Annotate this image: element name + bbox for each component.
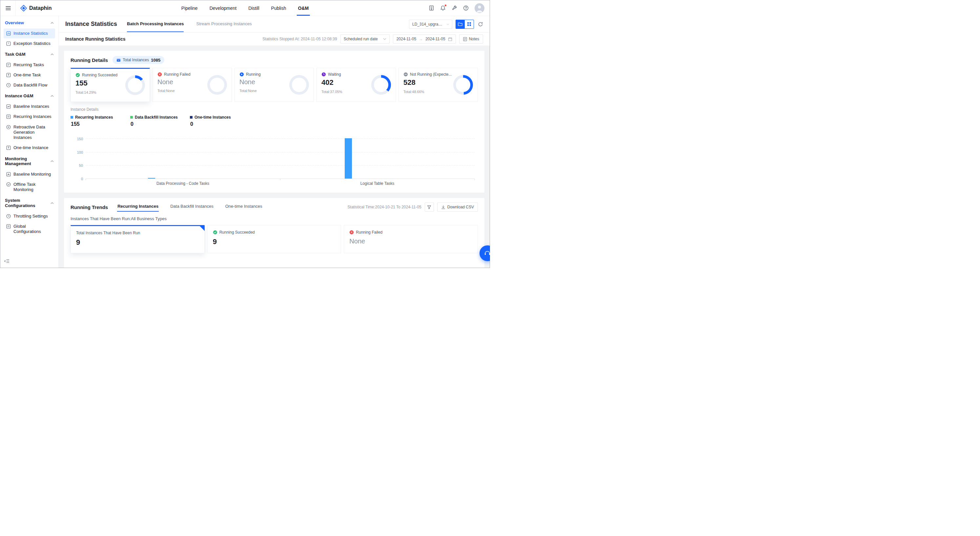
collapse-sidebar-icon bbox=[4, 259, 10, 263]
exception-statistics-icon bbox=[6, 41, 11, 46]
download-csv-button[interactable]: Download CSV bbox=[437, 203, 478, 212]
sidebar-item-baseline-monitoring[interactable]: Baseline Monitoring bbox=[3, 170, 55, 179]
trend-card-total-run[interactable]: Total Instances That Have Been Run 9 bbox=[70, 225, 205, 253]
sidebar-section-instance-om[interactable]: Instance O&M bbox=[3, 90, 55, 101]
stat-card-not-running[interactable]: Not Running (Expecte... 528 Total:48.66% bbox=[398, 68, 478, 102]
sidebar-item-one-time-task[interactable]: One-time Task bbox=[3, 70, 55, 80]
filter-button[interactable] bbox=[425, 203, 434, 212]
sidebar-item-recurring-tasks[interactable]: Recurring Tasks bbox=[3, 60, 55, 70]
sidebar-item-baseline-instances[interactable]: Baseline Instances bbox=[3, 101, 55, 111]
instances-box-icon bbox=[116, 58, 121, 62]
running-details-header: Running Details Total Instances 1085 bbox=[70, 56, 478, 64]
bar-logical-table-tasks bbox=[345, 138, 352, 179]
run-date-type-select[interactable]: Scheduled run date bbox=[340, 34, 390, 44]
x-label-logical-table-tasks: Logical Table Tasks bbox=[360, 181, 395, 186]
chevron-up-icon bbox=[51, 95, 54, 97]
running-trends-title: Running Trends bbox=[70, 205, 108, 210]
sidebar-item-retroactive-data-generation-instances[interactable]: Retroactive Data Generation Instances bbox=[3, 122, 55, 143]
sidebar-item-offline-task-monitoring[interactable]: Offline Task Monitoring bbox=[3, 179, 55, 195]
sidebar-section-task-om[interactable]: Task O&M bbox=[3, 49, 55, 60]
topbar-actions bbox=[429, 3, 484, 13]
data-backfill-flow-icon bbox=[6, 83, 11, 87]
tab-stream-processing-instances[interactable]: Stream Processing Instances bbox=[196, 16, 251, 32]
stat-card-running[interactable]: Running None Total:None bbox=[234, 68, 314, 102]
waiting-clock-icon bbox=[321, 72, 326, 77]
y-tick-150: 150 bbox=[70, 137, 83, 141]
x-label-data-processing-code-tasks: Data Processing - Code Tasks bbox=[156, 181, 209, 186]
instance-details-label: Instance Details bbox=[70, 107, 478, 112]
folder-view-button[interactable] bbox=[455, 20, 465, 29]
running-details-title: Running Details bbox=[70, 57, 108, 63]
sidebar-section-monitoring-management[interactable]: Monitoring Management bbox=[3, 153, 55, 169]
trend-card-running-failed[interactable]: Running Failed None bbox=[344, 225, 478, 253]
help-icon[interactable] bbox=[463, 5, 469, 11]
calendar-icon bbox=[448, 37, 452, 41]
collapse-sidebar-button[interactable] bbox=[4, 259, 10, 265]
global-configurations-icon bbox=[6, 224, 11, 229]
sidebar-section-overview[interactable]: Overview bbox=[3, 17, 55, 28]
recurring-instances-icon bbox=[6, 114, 11, 119]
notifications-bell-icon[interactable] bbox=[440, 5, 446, 11]
license-document-icon[interactable] bbox=[429, 5, 434, 11]
failed-icon bbox=[158, 72, 162, 77]
dataphin-logo-icon bbox=[20, 5, 27, 11]
stat-card-running-failed[interactable]: Running Failed None Total:None bbox=[153, 68, 232, 102]
not-running-donut bbox=[453, 75, 473, 95]
sidebar-item-global-configurations[interactable]: Global Configurations bbox=[3, 222, 55, 237]
sidebar-item-data-backfill-flow[interactable]: Data Backfill Flow bbox=[3, 80, 55, 90]
tools-wrench-icon[interactable] bbox=[452, 5, 457, 11]
date-to[interactable]: 2024-11-05 bbox=[425, 37, 445, 41]
legend-data-backfill-instances[interactable]: Data Backfill Instances 0 bbox=[130, 115, 190, 127]
user-avatar[interactable] bbox=[474, 3, 484, 13]
succeeded-count: 155 bbox=[75, 79, 118, 87]
bar-data-processing-code-tasks bbox=[148, 178, 155, 179]
menu-toggle-icon[interactable] bbox=[6, 6, 11, 11]
legend-one-time-instances[interactable]: One-time Instances 0 bbox=[190, 115, 250, 127]
offline-task-monitoring-icon bbox=[6, 182, 11, 187]
y-tick-100: 100 bbox=[70, 151, 83, 154]
running-donut bbox=[289, 75, 309, 95]
sidebar-item-recurring-instances[interactable]: Recurring Instances bbox=[3, 112, 55, 122]
trend-tab-one-time-instances[interactable]: One-time Instances bbox=[225, 203, 263, 212]
status-cards-row: Running Succeeded 155 Total:14.29% bbox=[70, 68, 478, 102]
nav-development[interactable]: Development bbox=[210, 0, 237, 16]
stat-card-running-succeeded[interactable]: Running Succeeded 155 Total:14.29% bbox=[70, 68, 150, 102]
sidebar-section-system-configurations[interactable]: System Configurations bbox=[3, 195, 55, 211]
chevron-up-icon bbox=[51, 22, 54, 24]
trend-succeeded-count: 9 bbox=[213, 238, 336, 246]
sidebar-item-instance-statistics[interactable]: Instance Statistics bbox=[3, 29, 55, 38]
sidebar-item-one-time-instance[interactable]: One-time Instance bbox=[3, 143, 55, 153]
brand[interactable]: Dataphin bbox=[20, 5, 51, 11]
total-run-count: 9 bbox=[76, 238, 199, 247]
recurring-tasks-icon bbox=[6, 63, 11, 67]
notes-button[interactable]: Notes bbox=[459, 34, 483, 44]
date-from[interactable]: 2024-11-05 bbox=[396, 37, 417, 41]
sidebar: Overview Instance Statistics Exception S… bbox=[0, 16, 59, 268]
view-toggle-group bbox=[455, 20, 474, 29]
sidebar-item-exception-statistics[interactable]: Exception Statistics bbox=[3, 39, 55, 49]
chart-plot-area: 150 100 50 0 Data Processing - Code Task… bbox=[86, 136, 474, 179]
grid-view-button[interactable] bbox=[465, 20, 474, 29]
tab-batch-processing-instances[interactable]: Batch Processing Instances bbox=[127, 16, 184, 32]
refresh-button[interactable] bbox=[478, 22, 483, 27]
date-range-picker[interactable]: 2024-11-05 → 2024-11-05 bbox=[393, 34, 456, 44]
topbar: Dataphin Pipeline Development Distill Pu… bbox=[0, 0, 490, 16]
nav-om[interactable]: O&M bbox=[298, 0, 309, 16]
page-header: Instance Statistics Batch Processing Ins… bbox=[59, 16, 490, 32]
instance-type-tabs: Batch Processing Instances Stream Proces… bbox=[127, 16, 264, 32]
trend-tab-recurring-instances[interactable]: Recurring Instances bbox=[117, 203, 159, 212]
stat-card-waiting[interactable]: Waiting 402 Total:37.05% bbox=[317, 68, 396, 102]
failed-icon bbox=[349, 230, 354, 235]
nav-distill[interactable]: Distill bbox=[248, 0, 259, 16]
chevron-up-icon bbox=[51, 202, 54, 204]
nav-publish[interactable]: Publish bbox=[271, 0, 286, 16]
sidebar-item-throttling-settings[interactable]: Throttling Settings bbox=[3, 211, 55, 221]
running-trends-card: Running Trends Recurring Instances Data … bbox=[64, 198, 484, 268]
legend-recurring-instances[interactable]: Recurring Instances 155 bbox=[70, 115, 130, 127]
nav-pipeline[interactable]: Pipeline bbox=[181, 0, 198, 16]
project-select[interactable]: LD_314_upgrade_40_... bbox=[409, 20, 452, 29]
trend-tab-data-backfill-instances[interactable]: Data Backfill Instances bbox=[170, 203, 214, 212]
failed-count: None bbox=[158, 78, 191, 86]
running-trends-header: Running Trends Recurring Instances Data … bbox=[70, 203, 478, 212]
trend-card-running-succeeded[interactable]: Running Succeeded 9 bbox=[207, 225, 341, 253]
